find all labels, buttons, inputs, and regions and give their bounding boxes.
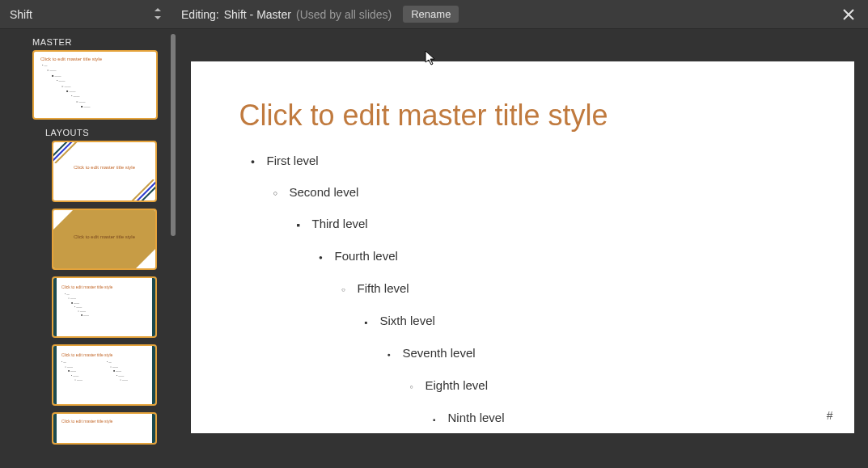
- theme-toolbar: Shift Editing: Shift - Master (Used by a…: [0, 0, 868, 29]
- thumb-title: Click to edit master title style: [53, 165, 155, 170]
- theme-name[interactable]: Shift: [10, 8, 32, 21]
- scrollbar-thumb[interactable]: [171, 34, 176, 236]
- master-slide[interactable]: Click to edit master title style First l…: [191, 61, 854, 433]
- bullet-icon: [362, 314, 370, 330]
- svg-line-5: [131, 179, 154, 202]
- editing-target: Shift - Master: [224, 8, 291, 21]
- page-number-placeholder[interactable]: #: [827, 409, 833, 422]
- level-text: Second level: [290, 185, 359, 199]
- editing-prefix: Editing:: [181, 8, 219, 21]
- layout-thumbnail[interactable]: Click to edit master title style: [52, 141, 157, 202]
- level-text: Sixth level: [380, 314, 435, 327]
- bullet-icon: [294, 217, 303, 233]
- svg-line-1: [52, 141, 73, 162]
- thumb-title: Click to edit master title style: [61, 419, 155, 424]
- bullet-icon: [385, 346, 393, 362]
- master-body-placeholder[interactable]: First level Second level Third level Fou…: [239, 154, 806, 427]
- layout-thumbnail[interactable]: Click to edit master title style: [52, 412, 157, 445]
- level-text: First level: [267, 154, 319, 167]
- thumb-title: Click to edit master title style: [61, 352, 155, 357]
- layout-thumbnail[interactable]: Click to edit master title style • — ○ —…: [52, 344, 157, 406]
- theme-editor: Shift Editing: Shift - Master (Used by a…: [0, 0, 868, 468]
- slide-canvas-area: Click to edit master title style First l…: [176, 29, 868, 468]
- bullet-icon: [272, 185, 280, 200]
- layout-thumbnail[interactable]: Click to edit master title style: [52, 209, 157, 270]
- main-row: MASTER Click to edit master title style …: [0, 29, 868, 468]
- level-text: Seventh level: [403, 346, 476, 360]
- bullet-icon: [408, 378, 416, 394]
- level-text: Ninth level: [448, 411, 505, 424]
- editing-info: Editing: Shift - Master (Used by all sli…: [181, 6, 459, 23]
- bullet-icon: [317, 249, 325, 265]
- layout-thumbnail[interactable]: Click to edit master title style • — ○ —…: [52, 276, 157, 338]
- master-thumbnail[interactable]: Click to edit master title style • — ○ —…: [32, 50, 158, 120]
- thumb-title: Click to edit master title style: [53, 234, 155, 239]
- level-text: Eighth level: [426, 378, 489, 392]
- svg-line-2: [55, 141, 78, 163]
- bullet-icon: [430, 411, 438, 427]
- master-title-placeholder[interactable]: Click to edit master title style: [239, 99, 806, 133]
- thumb-title: Click to edit master title style: [40, 57, 156, 61]
- master-sidebar: MASTER Click to edit master title style …: [0, 29, 176, 468]
- thumb-title: Click to edit master title style: [61, 285, 155, 289]
- level-text: Third level: [312, 217, 368, 230]
- level-text: Fifth level: [358, 281, 409, 295]
- bullet-icon: [249, 154, 257, 169]
- theme-dropdown-icon[interactable]: [154, 8, 162, 21]
- close-button[interactable]: [839, 5, 858, 24]
- svg-line-4: [136, 181, 157, 202]
- sidebar-scrollbar[interactable]: [170, 34, 176, 463]
- level-text: Fourth level: [335, 249, 398, 263]
- bullet-icon: [340, 281, 348, 297]
- layouts-section-label: LAYOUTS: [45, 128, 176, 137]
- master-section-label: MASTER: [32, 37, 176, 47]
- editing-usage: (Used by all slides): [296, 8, 392, 21]
- rename-button[interactable]: Rename: [403, 6, 459, 23]
